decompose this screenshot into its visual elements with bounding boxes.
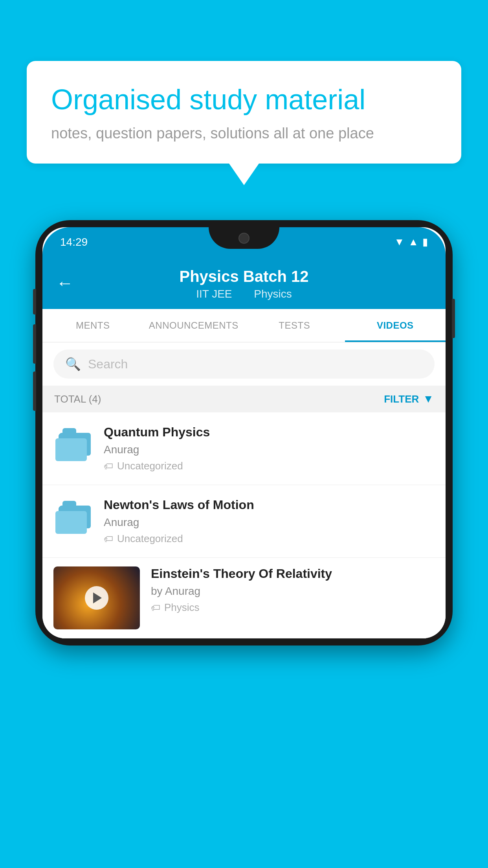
speech-bubble-card: Organised study material notes, question… [27, 61, 461, 164]
video-tag: 🏷 Uncategorized [104, 460, 435, 472]
header-title: Physics Batch 12 [58, 268, 430, 285]
video-info: Quantum Physics Anurag 🏷 Uncategorized [104, 425, 435, 472]
video-thumbnail [53, 566, 140, 629]
power-button [452, 299, 455, 338]
video-author: by Anurag [151, 585, 435, 598]
header-subtitle: IIT JEE Physics [58, 288, 430, 300]
folder-stack-icon [55, 501, 91, 532]
back-button[interactable]: ← [56, 273, 73, 293]
tab-bar: MENTS ANNOUNCEMENTS TESTS VIDEOS [42, 309, 446, 342]
phone-body: 14:29 ▼ ▲ ▮ ← Physics Batch 12 IIT JEE P… [35, 220, 453, 645]
search-container: 🔍 Search [42, 342, 446, 386]
speech-bubble-section: Organised study material notes, question… [27, 61, 461, 185]
phone-frame: 14:29 ▼ ▲ ▮ ← Physics Batch 12 IIT JEE P… [35, 220, 453, 645]
video-info: Einstein's Theory Of Relativity by Anura… [151, 566, 435, 614]
list-item[interactable]: Newton's Laws of Motion Anurag 🏷 Uncateg… [42, 485, 446, 558]
filter-funnel-icon: ▼ [423, 393, 434, 405]
video-author: Anurag [104, 516, 435, 529]
volume-up-button [33, 324, 36, 364]
tag-icon: 🏷 [104, 461, 113, 472]
tab-tests[interactable]: TESTS [244, 309, 345, 342]
folder-icon-container [53, 498, 93, 532]
video-title: Quantum Physics [104, 425, 435, 440]
video-info: Newton's Laws of Motion Anurag 🏷 Uncateg… [104, 498, 435, 545]
phone-screen: 14:29 ▼ ▲ ▮ ← Physics Batch 12 IIT JEE P… [42, 227, 446, 638]
total-count: TOTAL (4) [54, 393, 101, 405]
filter-button[interactable]: FILTER ▼ [384, 393, 434, 405]
folder-front-icon [55, 506, 87, 534]
battery-icon: ▮ [422, 236, 428, 248]
folder-stack-icon [55, 428, 91, 460]
list-item[interactable]: Quantum Physics Anurag 🏷 Uncategorized [42, 412, 446, 485]
camera [238, 233, 250, 244]
tab-videos[interactable]: VIDEOS [345, 309, 446, 342]
bubble-title: Organised study material [51, 83, 437, 116]
search-input[interactable]: Search [88, 357, 128, 371]
thumb-background [53, 566, 140, 629]
folder-icon-container [53, 425, 93, 460]
signal-icon: ▲ [408, 236, 418, 248]
play-button[interactable] [85, 586, 108, 610]
bubble-subtitle: notes, question papers, solutions all at… [51, 125, 437, 142]
app-header: ← Physics Batch 12 IIT JEE Physics [42, 257, 446, 309]
folder-front-icon [55, 434, 87, 461]
search-icon: 🔍 [65, 357, 81, 371]
tab-ments[interactable]: MENTS [42, 309, 143, 342]
subtitle-physics: Physics [254, 288, 292, 300]
tag-icon: 🏷 [151, 602, 160, 613]
subtitle-iitjee: IIT JEE [196, 288, 232, 300]
speech-bubble-tail [229, 164, 259, 185]
play-triangle-icon [93, 592, 102, 603]
video-tag: 🏷 Physics [151, 601, 435, 614]
video-list: Quantum Physics Anurag 🏷 Uncategorized [42, 412, 446, 638]
video-title: Einstein's Theory Of Relativity [151, 566, 435, 581]
tag-icon: 🏷 [104, 533, 113, 544]
search-bar[interactable]: 🔍 Search [53, 349, 435, 379]
filter-row: TOTAL (4) FILTER ▼ [42, 386, 446, 412]
status-icons: ▼ ▲ ▮ [394, 236, 428, 248]
video-tag: 🏷 Uncategorized [104, 533, 435, 545]
tab-announcements[interactable]: ANNOUNCEMENTS [143, 309, 244, 342]
status-bar: 14:29 ▼ ▲ ▮ [42, 227, 446, 257]
wifi-icon: ▼ [394, 236, 405, 248]
video-author: Anurag [104, 443, 435, 456]
volume-silent-button [33, 289, 36, 314]
volume-down-button [33, 371, 36, 411]
status-time: 14:29 [60, 236, 88, 248]
notch [209, 227, 279, 249]
video-title: Newton's Laws of Motion [104, 498, 435, 512]
list-item[interactable]: Einstein's Theory Of Relativity by Anura… [42, 558, 446, 638]
